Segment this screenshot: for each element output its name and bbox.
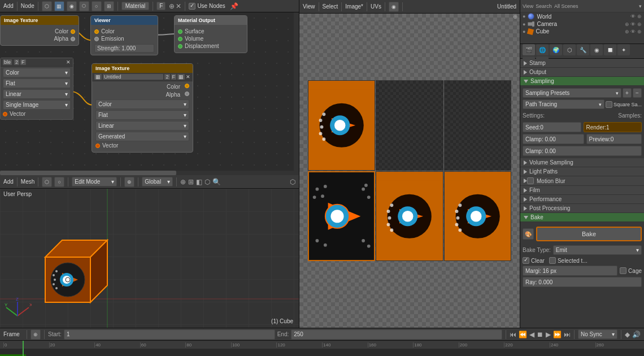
node-icon4[interactable]: ⬡ <box>79 1 89 11</box>
socket-color-out[interactable] <box>71 29 75 34</box>
pin-icon[interactable]: 📌 <box>230 2 238 10</box>
mesh-menu[interactable]: Mesh <box>21 179 34 185</box>
margin-field[interactable]: Margi: 16 px <box>523 266 617 276</box>
resize-handle[interactable]: ⊕ <box>513 14 520 20</box>
global-dropdown[interactable]: Global ▾ <box>142 177 173 186</box>
socket-viewer-emission[interactable] <box>94 37 99 41</box>
preview-field[interactable]: Preview: 0 <box>586 134 642 144</box>
sampling-header[interactable]: Sampling <box>520 77 644 86</box>
it2-color-sel[interactable]: Color▾ <box>95 99 189 109</box>
vp-icon2[interactable]: ○ <box>54 177 64 187</box>
it2-flat-sel[interactable]: Flat▾ <box>95 110 189 120</box>
material-dropdown[interactable]: Material <box>121 2 150 10</box>
film-section[interactable]: Film <box>520 186 644 195</box>
outliner-world[interactable]: ● World 👁 ⊕ <box>520 12 644 20</box>
node-type-icon[interactable]: ⬡ <box>42 1 52 11</box>
volume-sampling-section[interactable]: Volume Sampling <box>520 158 644 167</box>
post-processing-section[interactable]: Post Processing <box>520 204 644 213</box>
f-key[interactable]: F <box>156 2 166 10</box>
it2-close[interactable]: ✕ <box>186 74 190 80</box>
sync-dropdown[interactable]: No Sync ▾ <box>578 329 617 339</box>
add-menu[interactable]: Add <box>3 3 14 9</box>
play-end-btn[interactable]: ⏭ <box>564 331 571 338</box>
play-stop-btn[interactable]: ⏹ <box>537 331 543 338</box>
start-frame-field[interactable]: 1 <box>64 329 275 340</box>
socket-displacement[interactable] <box>178 44 182 49</box>
preset-add[interactable]: + <box>623 88 632 98</box>
it2-alpha-out[interactable] <box>185 92 189 96</box>
presets-dropdown[interactable]: Sampling Presets ▾ <box>523 88 621 98</box>
keyframe-icon[interactable]: ◆ <box>625 331 630 338</box>
vp-icon3[interactable]: ⊕ <box>124 177 134 187</box>
vp-icon7[interactable]: ⬡ <box>204 178 210 186</box>
socket-volume[interactable] <box>178 37 182 41</box>
bake-type-dropdown[interactable]: Emit ▾ <box>553 245 642 255</box>
clamp2-field[interactable]: Clamp: 0.00 <box>523 146 642 156</box>
node-menu[interactable]: Node <box>21 3 34 9</box>
square-samples-toggle[interactable]: Square Sa... <box>606 101 642 108</box>
cage-label-wrap[interactable]: Cage <box>620 267 642 274</box>
linear-select[interactable]: Frame Linear ▾ <box>3 89 71 99</box>
preset-remove[interactable]: − <box>633 88 642 98</box>
vp-icon1[interactable]: ⬡ <box>42 177 52 187</box>
end-frame-field[interactable]: 250 <box>291 329 502 340</box>
output-section[interactable]: Output <box>520 68 644 77</box>
it2-generated-sel[interactable]: Generated▾ <box>95 132 189 141</box>
it2-linear-sel[interactable]: Linear▾ <box>95 121 189 131</box>
vp-icon5[interactable]: ⊞ <box>188 178 194 186</box>
selected-label-wrap[interactable]: Selected t... <box>549 257 588 264</box>
tab-particle[interactable]: ✦ <box>617 44 630 55</box>
outliner-cube[interactable]: ● Cube ⊕ 👁 ⊕ <box>520 28 644 35</box>
edit-mode-dropdown[interactable]: Edit Mode ▾ <box>72 177 117 186</box>
tab-world[interactable]: 🌍 <box>550 44 562 55</box>
socket-surface[interactable] <box>178 29 182 34</box>
tab-scene[interactable]: 🌐 <box>536 44 549 55</box>
play-back-btn[interactable]: ◀ <box>529 331 534 338</box>
vp-icon4[interactable]: ⊕ <box>180 178 186 186</box>
node-h-scrollbar[interactable] <box>0 171 294 175</box>
use-nodes-checkbox[interactable]: Use Nodes <box>189 3 225 10</box>
vp-icon8[interactable]: 🔍 <box>212 178 221 186</box>
ray-field[interactable]: Ray: 0.000 <box>523 277 642 287</box>
vp-icon6[interactable]: ◧ <box>196 178 202 186</box>
performance-section[interactable]: Performance <box>520 195 644 204</box>
add-mesh[interactable]: Add <box>3 179 14 185</box>
scrollbar-thumb[interactable] <box>0 171 176 175</box>
it2-color-out[interactable] <box>185 84 189 88</box>
tab-modifier[interactable]: 🔧 <box>577 44 589 55</box>
motion-blur-check[interactable] <box>527 177 534 184</box>
node-view-icon[interactable]: ▦ <box>54 1 64 11</box>
vp-expand[interactable]: ⬡ <box>290 178 295 186</box>
use-nodes-check[interactable] <box>189 3 195 10</box>
stamp-section[interactable]: Stamp <box>520 59 644 68</box>
method-dropdown[interactable]: Path Tracing ▾ <box>523 99 604 109</box>
motion-blur-section[interactable]: Motion Blur <box>520 176 644 186</box>
color-select[interactable]: Color ▾ <box>3 68 71 77</box>
strength-field[interactable]: Strength: 1.000 <box>94 44 154 53</box>
node-icon6[interactable]: ⊞ <box>104 1 114 11</box>
tab-material[interactable]: ◉ <box>590 44 603 55</box>
outliner-camera[interactable]: ● Camera ⊕ 👁 ⊕ <box>520 20 644 28</box>
tab-texture[interactable]: 🔲 <box>604 44 616 55</box>
light-paths-section[interactable]: Light Paths <box>520 167 644 176</box>
uvs-menu[interactable]: UVs <box>371 3 381 10</box>
it2-vector-in[interactable] <box>95 144 100 148</box>
node-icon5[interactable]: ○ <box>92 1 102 11</box>
tab-object[interactable]: ⬡ <box>563 44 576 55</box>
socket-alpha-out[interactable] <box>71 37 75 41</box>
single-image-select[interactable]: Single Image ▾ <box>3 100 71 110</box>
bake-header[interactable]: Bake <box>520 213 644 222</box>
play-prev-btn[interactable]: ⏪ <box>519 331 527 338</box>
clamp1-field[interactable]: Clamp: 0.00 <box>523 134 584 144</box>
flat-select[interactable]: Flat ▾ <box>3 79 71 88</box>
socket-viewer-color[interactable] <box>94 29 99 34</box>
clear-label-wrap[interactable]: Clear <box>523 257 545 264</box>
socket-vector[interactable] <box>3 112 7 116</box>
render-field[interactable]: Render: 1 <box>584 122 642 132</box>
play-fwd-btn[interactable]: ▶ <box>546 331 551 338</box>
playback-icon[interactable]: ⊕ <box>31 329 41 340</box>
timeline-track[interactable] <box>0 349 644 356</box>
view-menu[interactable]: View <box>303 3 315 10</box>
audio-icon[interactable]: 🔊 <box>632 331 641 338</box>
close-x[interactable]: ✕ <box>66 59 71 65</box>
